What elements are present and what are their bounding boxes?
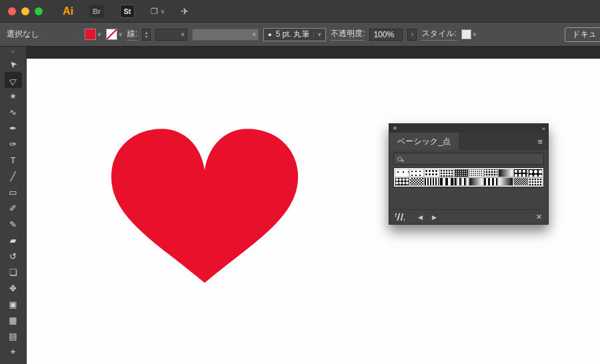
panel-close-icon[interactable]: ✕ xyxy=(393,125,397,131)
bridge-button[interactable]: Br xyxy=(89,5,104,18)
search-icon xyxy=(397,157,402,161)
rotate-tool[interactable]: ↺ xyxy=(5,248,22,264)
curvature-tool[interactable]: ✑ xyxy=(5,136,22,152)
chevron-down-icon: ∨ xyxy=(313,31,321,37)
stock-button[interactable]: St xyxy=(120,5,135,18)
brush-swatch-halftone-gradient[interactable] xyxy=(498,169,513,177)
brush-swatch-dots-inv-7[interactable] xyxy=(528,169,543,177)
brush-swatch-dots-3[interactable] xyxy=(454,169,469,177)
brush-stroke-dot-icon: ● xyxy=(268,31,271,38)
brush-swatch-dots-4[interactable] xyxy=(439,169,454,177)
brush-swatch-dots-6[interactable] xyxy=(409,169,424,177)
zoom-window-button[interactable] xyxy=(35,7,43,15)
panel-empty-area xyxy=(389,187,548,209)
canvas-area: ✕ « ベーシック_点 ≡ ◀ ▶ ✕ xyxy=(27,47,600,364)
rectangle-tool[interactable]: ▭ xyxy=(5,184,22,200)
workspace-switcher[interactable]: ❐ ∨ xyxy=(151,7,165,16)
selection-tool[interactable]: ➤ xyxy=(5,56,22,72)
next-library-icon[interactable]: ▶ xyxy=(432,214,437,221)
stroke-none-swatch[interactable] xyxy=(106,29,117,40)
style-swatch xyxy=(461,29,471,39)
panel-menu-icon[interactable]: ≡ xyxy=(532,133,548,150)
opacity-submenu-button[interactable]: › xyxy=(407,29,417,41)
brush-swatch-gradient-h-rev[interactable] xyxy=(498,177,513,186)
brush-swatch-grid xyxy=(393,167,544,187)
opacity-label[interactable]: 不透明度: xyxy=(331,28,365,41)
illustrator-logo: Ai xyxy=(63,5,73,17)
panel-collapse-icon[interactable]: « xyxy=(542,125,545,132)
main-area: ≡ ➤▷✶∿✒✑T╱▭✐✎▰↺❏✥▣▦▤⌖ ✕ « ベーシック_点 ≡ xyxy=(0,47,600,364)
type-tool[interactable]: T xyxy=(5,152,22,168)
toolbar-grip-icon[interactable]: ≡ xyxy=(11,48,15,56)
brush-swatch-dots-8[interactable] xyxy=(395,169,409,177)
brush-swatch-dots-4b[interactable] xyxy=(528,177,543,186)
chevron-down-icon: ∨ xyxy=(119,31,123,37)
brush-swatch-dots-inv-3[interactable] xyxy=(469,169,483,177)
scale-tool[interactable]: ❏ xyxy=(5,264,22,280)
pencil-tool[interactable]: ✎ xyxy=(5,216,22,232)
traffic-lights xyxy=(8,7,43,15)
chevron-down-icon: ∨ xyxy=(161,8,165,15)
brush-swatch-gradient-bars[interactable] xyxy=(454,177,469,186)
stroke-color-control[interactable]: ∨ xyxy=(106,29,123,40)
remove-brush-icon[interactable]: ✕ xyxy=(536,213,542,221)
fill-color-swatch[interactable] xyxy=(85,29,96,40)
mesh-tool[interactable]: ▦ xyxy=(5,312,22,328)
opacity-input[interactable]: 100% xyxy=(369,29,403,41)
shape-builder-tool[interactable]: ▣ xyxy=(5,296,22,312)
share-icon[interactable]: ✈ xyxy=(181,6,189,17)
lasso-tool[interactable]: ∿ xyxy=(5,104,22,120)
stepper-down-icon: ▾ xyxy=(145,35,147,39)
brush-swatch-stripes-3[interactable] xyxy=(483,177,498,186)
panel-tab-basic-dots[interactable]: ベーシック_点 xyxy=(389,133,459,150)
document-setup-button[interactable]: ドキュ xyxy=(565,27,600,42)
illustrator-window: Ai Br St ❐ ∨ ✈ 選択なし ∨ ∨ 線: ▴ ▾ ∨ ∨ xyxy=(0,0,600,364)
brush-definition-dropdown[interactable]: ∨ xyxy=(192,29,259,41)
stroke-weight-label[interactable]: 線: xyxy=(127,28,137,41)
brush-swatch-checker-3[interactable] xyxy=(513,177,528,186)
workspace-layout-icon: ❐ xyxy=(151,7,158,16)
selection-status: 選択なし xyxy=(7,29,80,40)
style-dropdown[interactable]: ∨ xyxy=(461,29,477,39)
direct-selection-tool[interactable]: ▷ xyxy=(5,72,22,88)
panel-header: ✕ « xyxy=(389,124,548,133)
panel-search-area xyxy=(389,150,548,167)
brush-swatch-dots-inv-5[interactable] xyxy=(395,177,409,186)
minimize-window-button[interactable] xyxy=(21,7,29,15)
style-label[interactable]: スタイル: xyxy=(421,28,456,41)
close-window-button[interactable] xyxy=(8,7,16,15)
fill-color-control[interactable]: ∨ xyxy=(85,29,101,40)
previous-library-icon[interactable]: ◀ xyxy=(418,214,423,221)
panel-tab-bar: ベーシック_点 ≡ xyxy=(389,133,548,150)
heart-shape[interactable] xyxy=(105,121,304,287)
gradient-tool[interactable]: ▤ xyxy=(5,328,22,344)
magic-wand-tool[interactable]: ✶ xyxy=(5,88,22,104)
paintbrush-tool[interactable]: ✐ xyxy=(5,200,22,216)
brush-swatch-dots-inv-6[interactable] xyxy=(513,169,528,177)
chevron-down-icon: ∨ xyxy=(181,31,185,37)
chevron-down-icon: ∨ xyxy=(473,31,477,37)
brush-swatch-gradient-h[interactable] xyxy=(469,177,483,186)
brush-library-panel: ✕ « ベーシック_点 ≡ ◀ ▶ ✕ xyxy=(389,123,549,225)
brush-swatch-stripes-4[interactable] xyxy=(439,177,454,186)
chevron-down-icon: ∨ xyxy=(97,31,101,37)
brush-libraries-menu-icon[interactable] xyxy=(395,213,405,221)
brush-swatch-dots-inv-4[interactable] xyxy=(483,169,498,177)
pen-tool[interactable]: ✒ xyxy=(5,120,22,136)
heart-path[interactable] xyxy=(111,129,298,283)
brush-preview-label: 5 pt. 丸筆 xyxy=(276,29,310,40)
eyedropper-tool[interactable]: ⌖ xyxy=(5,344,22,360)
titlebar: Ai Br St ❐ ∨ ✈ xyxy=(0,0,600,23)
eraser-tool[interactable]: ▰ xyxy=(5,232,22,248)
brush-preview-dropdown[interactable]: ● 5 pt. 丸筆 ∨ xyxy=(263,28,326,41)
line-segment-tool[interactable]: ╱ xyxy=(5,168,22,184)
brush-swatch-stripes-2[interactable] xyxy=(424,177,439,186)
free-transform-tool[interactable]: ✥ xyxy=(5,280,22,296)
brush-swatch-dots-5[interactable] xyxy=(424,169,439,177)
brush-search-input[interactable] xyxy=(393,153,544,165)
brush-swatch-checker-4[interactable] xyxy=(409,177,424,186)
width-profile-dropdown[interactable]: ∨ xyxy=(155,29,187,41)
chevron-down-icon: ∨ xyxy=(252,31,256,37)
stroke-weight-stepper[interactable]: ▴ ▾ xyxy=(142,29,151,41)
toolbar-tools: ➤▷✶∿✒✑T╱▭✐✎▰↺❏✥▣▦▤⌖ xyxy=(5,56,22,360)
